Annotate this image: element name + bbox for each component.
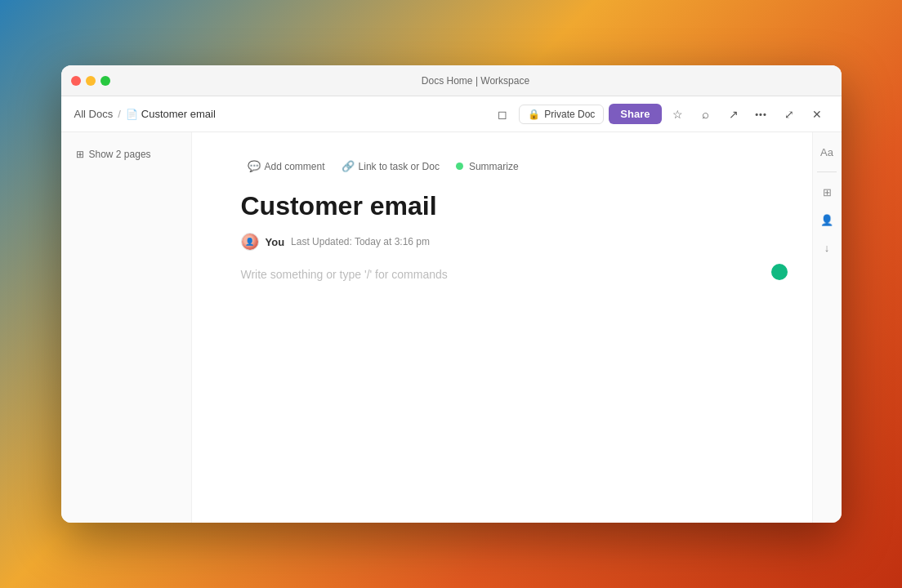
- more-icon: •••: [755, 109, 767, 119]
- breadcrumb-separator: /: [118, 108, 121, 120]
- summarize-button[interactable]: Summarize: [449, 158, 525, 176]
- last-updated: Last Updated: Today at 3:16 pm: [291, 236, 430, 247]
- minimize-traffic-light[interactable]: [86, 76, 96, 86]
- download-icon: ↓: [824, 242, 830, 254]
- star-icon: ☆: [672, 108, 683, 121]
- private-doc-label: Private Doc: [544, 109, 595, 120]
- main-area: ⊞ Show 2 pages 💬 Add comment 🔗 Link to t…: [61, 132, 842, 523]
- comment-icon: 💬: [248, 160, 261, 172]
- editor-placeholder: Write something or type '/' for commands: [241, 268, 448, 281]
- titlebar: Docs Home | Workspace: [61, 65, 842, 96]
- doc-toolbar: 💬 Add comment 🔗 Link to task or Doc Summ…: [241, 157, 763, 176]
- window-title: Docs Home | Workspace: [120, 75, 832, 87]
- link-icon: 🔗: [342, 160, 355, 172]
- add-comment-button[interactable]: 💬 Add comment: [241, 157, 332, 176]
- download-button[interactable]: ↓: [815, 236, 838, 259]
- doc-icon: 📄: [126, 109, 138, 120]
- author-name: You: [266, 236, 285, 248]
- summarize-dot: [456, 163, 463, 170]
- share-button[interactable]: Share: [609, 104, 661, 124]
- breadcrumb: All Docs / 📄 Customer email: [74, 108, 485, 120]
- more-button[interactable]: •••: [750, 103, 773, 126]
- doc-content: 💬 Add comment 🔗 Link to task or Doc Summ…: [192, 132, 812, 523]
- fullscreen-icon: ⤢: [784, 108, 794, 121]
- breadcrumb-current-doc: 📄 Customer email: [126, 108, 216, 120]
- toolbar-actions: ◻ 🔒 Private Doc Share ☆ ⌕ ↗ ••• ⤢: [491, 103, 828, 126]
- toolbar-bookmark-btn[interactable]: ◻: [491, 103, 514, 126]
- link-task-label: Link to task or Doc: [359, 161, 440, 172]
- doc-title[interactable]: Customer email: [241, 190, 763, 221]
- author-avatar: 👤: [241, 233, 259, 251]
- breadcrumb-doc-name: Customer email: [141, 108, 216, 120]
- link-task-button[interactable]: 🔗 Link to task or Doc: [335, 157, 446, 176]
- close-traffic-light[interactable]: [71, 76, 81, 86]
- bookmark-icon: ◻: [498, 108, 507, 121]
- app-window: Docs Home | Workspace All Docs / 📄 Custo…: [61, 65, 842, 523]
- add-comment-label: Add comment: [265, 161, 325, 172]
- toolbar: All Docs / 📄 Customer email ◻ 🔒 Private …: [61, 96, 842, 132]
- pages-icon: ⊞: [76, 149, 84, 160]
- lock-icon: 🔒: [528, 109, 540, 120]
- right-sidebar: Aa ⊞ 👤 ↓: [812, 132, 842, 523]
- breadcrumb-all-docs[interactable]: All Docs: [74, 108, 114, 120]
- show-pages-button[interactable]: ⊞ Show 2 pages: [71, 145, 181, 163]
- font-icon: Aa: [820, 146, 833, 158]
- show-pages-label: Show 2 pages: [89, 149, 151, 160]
- doc-editor[interactable]: Write something or type '/' for commands: [241, 267, 763, 282]
- search-icon: ⌕: [702, 107, 709, 121]
- user-cursor-indicator: [771, 264, 788, 280]
- grid-view-button[interactable]: ⊞: [815, 180, 838, 203]
- left-sidebar: ⊞ Show 2 pages: [61, 132, 192, 523]
- close-button[interactable]: ✕: [806, 103, 828, 126]
- export-icon: ↗: [729, 108, 739, 121]
- divider: [817, 172, 837, 172]
- grid-icon: ⊞: [823, 186, 832, 198]
- close-icon: ✕: [812, 108, 822, 121]
- maximize-traffic-light[interactable]: [100, 76, 110, 86]
- doc-meta: 👤 You Last Updated: Today at 3:16 pm: [241, 233, 763, 251]
- star-button[interactable]: ☆: [667, 103, 690, 126]
- doc-area: 💬 Add comment 🔗 Link to task or Doc Summ…: [192, 132, 842, 523]
- export-button[interactable]: ↗: [722, 103, 745, 126]
- font-size-button[interactable]: Aa: [815, 140, 838, 163]
- summarize-label: Summarize: [469, 161, 519, 172]
- users-button[interactable]: 👤: [815, 208, 838, 231]
- private-doc-button[interactable]: 🔒 Private Doc: [519, 105, 604, 124]
- fullscreen-button[interactable]: ⤢: [778, 103, 801, 126]
- search-button[interactable]: ⌕: [694, 103, 717, 126]
- traffic-lights: [71, 76, 110, 86]
- users-icon: 👤: [820, 214, 833, 226]
